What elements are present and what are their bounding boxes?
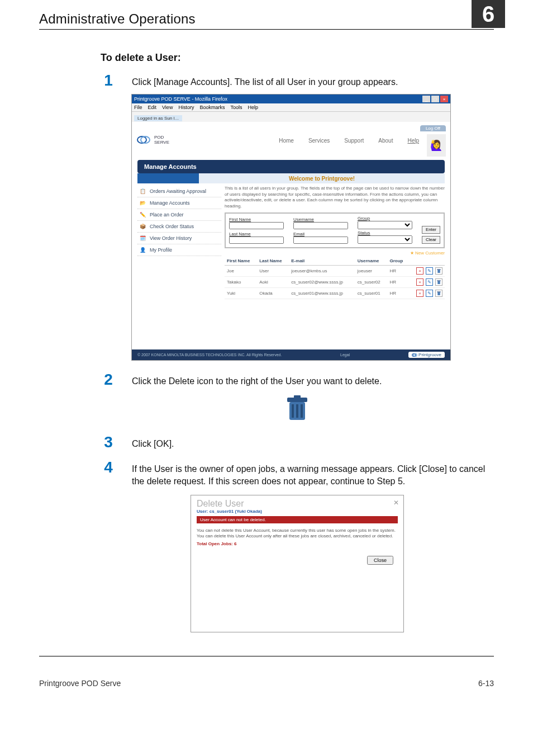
col-group[interactable]: Group: [387, 257, 408, 266]
step-1-text: Click [Manage Accounts]. The list of all…: [132, 76, 398, 88]
nav-home[interactable]: Home: [279, 138, 294, 144]
sidebar-item-my-profile[interactable]: 👤 My Profile: [137, 244, 221, 256]
col-email[interactable]: E-mail: [289, 257, 355, 266]
menu-bookmarks[interactable]: Bookmarks: [199, 105, 225, 110]
delete-icon[interactable]: [435, 278, 442, 286]
cell-first-name: Yuki: [225, 287, 257, 299]
sidebar-item-orders-awaiting[interactable]: 📋 Orders Awaiting Approval: [137, 186, 221, 197]
svg-rect-4: [437, 281, 440, 284]
top-bar: POD SERVE Home Services Support About He…: [132, 132, 450, 157]
status-select[interactable]: [358, 235, 412, 244]
browser-tab[interactable]: Logged in as Sun l…: [134, 115, 182, 121]
nav-services[interactable]: Services: [308, 138, 330, 144]
cell-group: HR: [387, 276, 408, 287]
svg-rect-14: [287, 398, 307, 402]
trash-icon: [285, 395, 310, 422]
svg-rect-11: [292, 404, 294, 418]
cell-email: cs_suser02@www.ssss.jp: [289, 276, 355, 287]
page-instructions: This is a list of all users in your grou…: [225, 186, 445, 209]
cell-first-name: Takako: [225, 276, 257, 287]
avatar-icon: 🙋‍♀️: [427, 134, 446, 157]
cell-email: cs_suser01@www.ssss.jp: [289, 287, 355, 299]
group-select[interactable]: [358, 221, 412, 229]
menu-file[interactable]: File: [134, 105, 142, 110]
edit-icon[interactable]: ✎: [426, 290, 433, 297]
enter-button[interactable]: Enter: [422, 226, 440, 234]
chapter-number-badge: 6: [472, 0, 505, 28]
clear-button[interactable]: Clear: [422, 236, 440, 244]
svg-rect-13: [301, 404, 303, 418]
nav-about[interactable]: About: [378, 138, 393, 144]
label-first-name: First Name: [229, 217, 287, 222]
manage-accounts-screenshot: Printgroove POD SERVE - Mozilla Firefox …: [131, 94, 451, 361]
email-field[interactable]: [293, 237, 348, 244]
modal-body-text: You can not delete this User Account, be…: [191, 523, 403, 542]
manage-accounts-icon: 📂: [139, 200, 146, 206]
table-row: Joe User joeuser@kmbs.us joeuser HR × ✎: [225, 265, 445, 276]
delete-icon[interactable]: [435, 290, 442, 297]
brand-text: POD SERVE: [154, 135, 169, 145]
col-username[interactable]: Username: [355, 257, 388, 266]
svg-rect-5: [437, 280, 440, 281]
col-last-name[interactable]: Last Name: [257, 257, 289, 266]
nav-help[interactable]: Help: [407, 138, 419, 144]
close-icon[interactable]: ×: [440, 96, 448, 102]
menu-history[interactable]: History: [178, 105, 194, 110]
footer-rule: [39, 656, 494, 656]
left-sidebar: 📋 Orders Awaiting Approval 📂 Manage Acco…: [137, 186, 221, 299]
sidebar-item-check-status[interactable]: 📦 Check Order Status: [137, 221, 221, 233]
menu-tools[interactable]: Tools: [230, 105, 242, 110]
sidebar-item-manage-accounts[interactable]: 📂 Manage Accounts: [137, 197, 221, 209]
first-name-field[interactable]: [229, 222, 284, 229]
menu-bar[interactable]: File Edit View History Bookmarks Tools H…: [132, 103, 450, 112]
modal-title: Delete User: [197, 499, 244, 509]
sidebar-item-order-history[interactable]: 🗓️ View Order History: [137, 233, 221, 244]
nav-support[interactable]: Support: [344, 138, 364, 144]
sidebar-item-label: Manage Accounts: [150, 200, 190, 206]
menu-help[interactable]: Help: [248, 105, 258, 110]
my-profile-icon: 👤: [139, 247, 146, 253]
step-3-text: Click [OK].: [132, 438, 174, 450]
logoff-button[interactable]: Log Off: [420, 125, 446, 131]
svg-rect-6: [437, 292, 440, 295]
deactivate-icon[interactable]: ×: [416, 267, 423, 275]
step-4-text: If the User is the owner of open jobs, a…: [132, 463, 494, 488]
header-rule: [39, 29, 494, 30]
users-table: First Name Last Name E-mail Username Gro…: [225, 257, 445, 299]
maximize-icon[interactable]: □: [431, 96, 439, 102]
deactivate-icon[interactable]: ×: [416, 290, 423, 297]
cell-last-name: Okada: [257, 287, 289, 299]
modal-user-line: User: cs_suser01 (Yuki Okada): [191, 509, 403, 516]
menu-edit[interactable]: Edit: [148, 105, 157, 110]
cell-email: joeuser@kmbs.us: [289, 265, 355, 276]
username-field[interactable]: [293, 222, 348, 229]
orders-awaiting-icon: 📋: [139, 188, 146, 194]
app-footer: © 2007 KONICA MINOLTA BUSINESS TECHNOLOG…: [132, 349, 450, 360]
edit-icon[interactable]: ✎: [426, 267, 433, 275]
menu-view[interactable]: View: [162, 105, 173, 110]
last-name-field[interactable]: [229, 237, 284, 244]
minimize-icon[interactable]: _: [422, 96, 430, 102]
new-customer-link[interactable]: ★ New Customer: [225, 251, 445, 256]
svg-rect-3: [437, 269, 440, 270]
cell-group: HR: [387, 287, 408, 299]
modal-close-icon[interactable]: ✕: [393, 499, 399, 507]
sidebar-item-place-order[interactable]: ✏️ Place an Order: [137, 209, 221, 221]
col-first-name[interactable]: First Name: [225, 257, 257, 266]
cell-first-name: Joe: [225, 265, 257, 276]
running-header: Administrative Operations: [39, 11, 196, 27]
deactivate-icon[interactable]: ×: [416, 278, 423, 286]
sidebar-item-label: My Profile: [150, 247, 172, 253]
sidebar-item-label: Check Order Status: [150, 224, 194, 229]
delete-icon[interactable]: [435, 267, 442, 275]
cell-last-name: User: [257, 265, 289, 276]
modal-close-button[interactable]: Close: [367, 556, 393, 565]
footer-left: Printgroove POD Serve: [39, 679, 121, 688]
label-last-name: Last Name: [229, 231, 287, 237]
order-history-icon: 🗓️: [139, 235, 146, 241]
window-title: Printgroove POD SERVE - Mozilla Firefox: [134, 96, 227, 102]
svg-rect-7: [437, 291, 440, 292]
place-order-icon: ✏️: [139, 212, 146, 218]
window-titlebar: Printgroove POD SERVE - Mozilla Firefox …: [132, 94, 450, 103]
edit-icon[interactable]: ✎: [426, 278, 433, 286]
